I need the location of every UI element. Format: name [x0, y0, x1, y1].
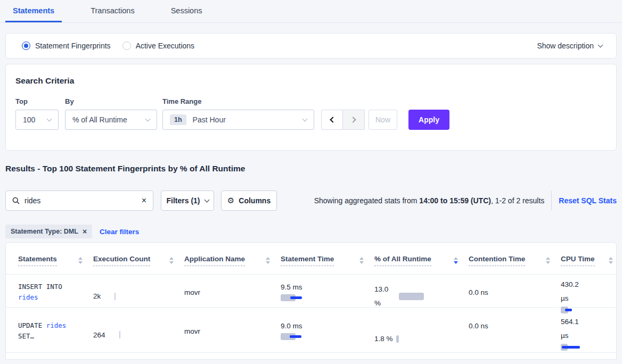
time-range-label: Time Range: [162, 97, 321, 105]
tab-sessions[interactable]: Sessions: [163, 0, 210, 22]
active-executions-label[interactable]: Active Executions: [136, 42, 195, 50]
sort-arrows[interactable]: [546, 257, 550, 264]
statement-time-bar: [281, 294, 374, 302]
application-name-value: movr: [184, 327, 200, 335]
sql-activity-page: Statements Transactions Sessions Stateme…: [0, 0, 622, 364]
columns-button-label: Columns: [239, 196, 271, 205]
search-box[interactable]: ×: [5, 191, 153, 211]
gear-icon: ⚙: [227, 196, 234, 205]
time-nav-group: [321, 110, 365, 130]
statement-link[interactable]: rides: [46, 321, 67, 329]
cpu-time-cell: 430.2 µs: [561, 275, 616, 314]
view-toggle-bar: Statement Fingerprints Active Executions…: [5, 33, 617, 59]
column-header-label: Contention Time: [469, 255, 525, 266]
execution-count-bar: [119, 331, 120, 338]
search-icon: [12, 197, 20, 204]
sort-arrows[interactable]: [609, 257, 613, 264]
pct-runtime-bar: [399, 293, 424, 300]
search-criteria-panel: Search Criteria Top 100 By % of All Runt…: [5, 64, 617, 151]
columns-button[interactable]: ⚙ Columns: [221, 191, 277, 211]
previous-time-button[interactable]: [321, 110, 343, 130]
divider: [551, 191, 552, 210]
next-time-button[interactable]: [343, 110, 365, 130]
bar-blue: [565, 309, 572, 311]
radio-active-executions[interactable]: [122, 42, 131, 50]
sort-arrows-active[interactable]: [454, 257, 458, 264]
cpu-time-cell: 564.1 µs: [561, 308, 616, 352]
remove-filter-icon[interactable]: ×: [83, 227, 87, 236]
filters-button[interactable]: Filters (1): [161, 191, 214, 211]
chevron-left-icon: [330, 117, 335, 122]
apply-button[interactable]: Apply: [408, 110, 449, 130]
stats-time-range: 14:00 to 15:59 (UTC): [419, 196, 491, 205]
radio-statement-fingerprints[interactable]: [22, 42, 30, 50]
sort-down-icon: [169, 261, 174, 264]
column-header-execution-count[interactable]: Execution Count: [93, 243, 184, 274]
column-header-statement-time[interactable]: Statement Time: [281, 243, 374, 274]
chevron-down-icon: [302, 116, 308, 121]
pct-runtime-value: 13.0 %: [374, 283, 397, 310]
table-row: INSERT INTO rides 2k movr 9.5 ms 13.0 %: [6, 275, 616, 308]
sort-down-icon: [546, 261, 550, 264]
results-toolbar: × Filters (1) ⚙ Columns Showing aggregat…: [5, 191, 617, 211]
sort-down-active-icon: [454, 261, 458, 264]
time-range-select[interactable]: 1h Past Hour: [162, 110, 314, 130]
by-label: By: [65, 97, 162, 105]
tab-transactions[interactable]: Transactions: [83, 0, 142, 22]
sort-up-icon: [546, 257, 550, 260]
tab-statements[interactable]: Statements: [5, 0, 62, 22]
bar-blue: [562, 346, 580, 349]
pct-runtime-bar: [396, 335, 399, 343]
column-header-contention-time[interactable]: Contention Time: [469, 243, 561, 274]
time-range-value: Past Hour: [193, 115, 226, 124]
chevron-right-icon: [350, 117, 356, 122]
by-field: By % of All Runtime: [65, 97, 162, 130]
column-header-label: Application Name: [184, 255, 245, 266]
cpu-time-bar: [561, 307, 616, 314]
clear-filters-link[interactable]: Clear filters: [100, 228, 139, 236]
contention-time-value: 0.0 ns: [469, 288, 488, 296]
table-row: UPDATE rides SET… 264 movr 9.0 ms 1.8 %: [6, 308, 616, 353]
now-button[interactable]: Now: [369, 110, 397, 130]
time-range-field: Time Range 1h Past Hour: [162, 97, 321, 130]
search-criteria-title: Search Criteria: [15, 76, 607, 86]
aggregated-stats-text: Showing aggregated stats from 14:00 to 1…: [314, 196, 545, 205]
cpu-time-value: 564.1 µs: [561, 315, 585, 343]
tab-bar: Statements Transactions Sessions: [0, 0, 622, 23]
execution-count-value: 2k: [93, 292, 101, 300]
sort-arrows[interactable]: [78, 257, 83, 264]
sort-down-icon: [609, 261, 613, 264]
execution-count-value: 264: [93, 331, 105, 339]
column-header-statements[interactable]: Statements: [18, 243, 93, 274]
statement-fingerprints-label[interactable]: Statement Fingerprints: [35, 42, 111, 50]
statement-link[interactable]: rides: [18, 293, 38, 301]
column-header-cpu-time[interactable]: CPU Time: [561, 243, 616, 274]
sort-arrows[interactable]: [359, 257, 364, 264]
statement-time-bar: [281, 333, 374, 341]
sort-up-icon: [169, 257, 174, 260]
sql-keyword: SET…: [18, 332, 34, 340]
bar-blue: [290, 296, 302, 299]
sort-arrows[interactable]: [266, 257, 270, 264]
reset-sql-stats-link[interactable]: Reset SQL Stats: [559, 196, 617, 205]
sort-down-icon: [266, 261, 270, 264]
sort-arrows[interactable]: [169, 257, 174, 264]
column-header-application-name[interactable]: Application Name: [184, 243, 281, 274]
clear-search-icon[interactable]: ×: [142, 196, 146, 205]
contention-time-cell: 0.0 ns: [469, 308, 561, 352]
contention-time-value: 0.0 ns: [469, 322, 488, 330]
pct-runtime-cell: 1.8 %: [374, 308, 469, 352]
sort-up-icon: [609, 257, 613, 260]
column-header-pct-runtime[interactable]: % of All Runtime: [374, 243, 469, 274]
statement-time-cell: 9.0 ms: [281, 308, 374, 352]
top-select[interactable]: 100: [15, 110, 59, 130]
filters-button-label: Filters (1): [166, 196, 200, 205]
application-name-value: movr: [184, 288, 200, 296]
by-select[interactable]: % of All Runtime: [65, 110, 157, 130]
show-description-toggle[interactable]: Show description: [537, 42, 602, 50]
chevron-down-icon: [204, 197, 209, 202]
top-select-value: 100: [23, 115, 35, 124]
search-input[interactable]: [24, 196, 142, 205]
execution-count-cell: 264: [93, 308, 184, 352]
sort-up-icon: [454, 257, 458, 260]
